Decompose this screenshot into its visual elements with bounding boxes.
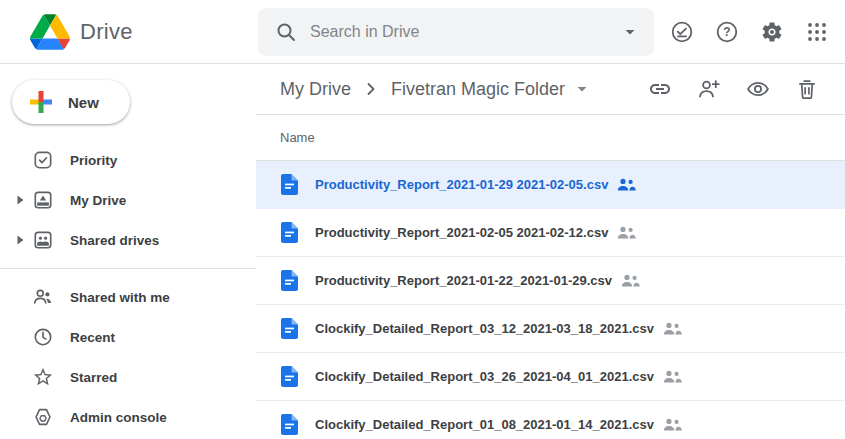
link-icon[interactable] — [648, 77, 672, 101]
file-row[interactable]: Clockify_Detailed_Report_03_26_2021-04_0… — [256, 353, 845, 401]
gear-icon[interactable] — [760, 20, 784, 44]
folder-menu-caret-icon[interactable] — [573, 80, 591, 98]
column-header-name[interactable]: Name — [256, 115, 845, 161]
sidebar-item-my-drive[interactable]: My Drive — [0, 180, 256, 220]
search-placeholder: Search in Drive — [310, 23, 620, 41]
file-name: Clockify_Detailed_Report_01_08_2021-01_1… — [315, 417, 654, 432]
admin-console-icon — [32, 406, 54, 428]
eye-icon[interactable] — [746, 77, 770, 101]
selection-toolbar — [648, 77, 819, 101]
file-name: Clockify_Detailed_Report_03_12_2021-03_1… — [315, 321, 654, 336]
shared-people-icon — [617, 178, 636, 191]
file-name: Productivity_Report_2021-02-05 2021-02-1… — [315, 225, 608, 240]
sidebar-item-label: Shared drives — [70, 233, 159, 248]
shared-people-icon — [663, 322, 682, 335]
sidebar-item-label: Shared with me — [70, 290, 170, 305]
search-icon[interactable] — [274, 20, 298, 44]
file-row[interactable]: Clockify_Detailed_Report_01_08_2021-01_1… — [256, 401, 845, 439]
csv-file-icon — [281, 174, 298, 195]
breadcrumb-my-drive[interactable]: My Drive — [280, 79, 351, 100]
content-area: My Drive Fivetran Magic Folder — [256, 64, 845, 439]
shared-people-icon — [663, 370, 682, 383]
new-button-label: New — [68, 94, 99, 111]
sidebar-item-label: Admin console — [70, 410, 167, 425]
offline-status-icon[interactable] — [670, 20, 694, 44]
sidebar-divider — [0, 268, 256, 269]
drive-logo-block[interactable]: Drive — [0, 14, 256, 50]
search-options-caret-icon[interactable] — [620, 22, 640, 42]
top-bar: Drive Search in Drive ? — [0, 0, 845, 64]
topbar-actions: ? — [670, 20, 845, 44]
trash-icon[interactable] — [795, 77, 819, 101]
new-button[interactable]: New — [12, 80, 130, 124]
expand-arrow-icon[interactable] — [11, 231, 29, 249]
sidebar: New Priority My Drive — [0, 64, 256, 439]
sidebar-item-shared-drives[interactable]: Shared drives — [0, 220, 256, 260]
breadcrumb: My Drive Fivetran Magic Folder — [256, 64, 845, 115]
sidebar-item-priority[interactable]: Priority — [0, 140, 256, 180]
sidebar-item-label: Starred — [70, 370, 117, 385]
person-add-icon[interactable] — [697, 77, 721, 101]
sidebar-item-recent[interactable]: Recent — [0, 317, 256, 357]
column-header-label: Name — [280, 130, 315, 145]
csv-file-icon — [281, 270, 298, 291]
csv-file-icon — [281, 366, 298, 387]
search-input[interactable]: Search in Drive — [258, 8, 654, 56]
drive-logo-icon — [30, 14, 70, 50]
sidebar-item-admin-console[interactable]: Admin console — [0, 397, 256, 437]
shared-with-me-icon — [32, 286, 54, 308]
help-icon[interactable]: ? — [715, 20, 739, 44]
shared-drives-icon — [32, 229, 54, 251]
sidebar-nav: Priority My Drive — [0, 140, 256, 437]
google-apps-icon[interactable] — [805, 20, 829, 44]
star-icon — [32, 366, 54, 388]
file-name: Productivity_Report_2021-01-29 2021-02-0… — [315, 177, 608, 192]
clock-icon — [32, 326, 54, 348]
file-row[interactable]: Productivity_Report_2021-01-22_2021-01-2… — [256, 257, 845, 305]
file-name: Clockify_Detailed_Report_03_26_2021-04_0… — [315, 369, 654, 384]
sidebar-item-label: My Drive — [70, 193, 126, 208]
shared-people-icon — [663, 418, 682, 431]
svg-text:?: ? — [723, 25, 730, 39]
csv-file-icon — [281, 318, 298, 339]
sidebar-item-label: Priority — [70, 153, 117, 168]
expand-arrow-icon[interactable] — [11, 191, 29, 209]
file-name: Productivity_Report_2021-01-22_2021-01-2… — [315, 273, 612, 288]
csv-file-icon — [281, 414, 298, 435]
my-drive-icon — [32, 189, 54, 211]
shared-people-icon — [617, 226, 636, 239]
file-row[interactable]: Productivity_Report_2021-01-29 2021-02-0… — [256, 161, 845, 209]
priority-check-icon — [32, 149, 54, 171]
sidebar-item-starred[interactable]: Starred — [0, 357, 256, 397]
multicolor-plus-icon — [28, 89, 54, 115]
chevron-right-icon — [361, 79, 381, 99]
sidebar-item-label: Recent — [70, 330, 115, 345]
file-row[interactable]: Clockify_Detailed_Report_03_12_2021-03_1… — [256, 305, 845, 353]
file-row[interactable]: Productivity_Report_2021-02-05 2021-02-1… — [256, 209, 845, 257]
app-title: Drive — [80, 19, 133, 45]
csv-file-icon — [281, 222, 298, 243]
sidebar-item-shared-with-me[interactable]: Shared with me — [0, 277, 256, 317]
breadcrumb-current-folder[interactable]: Fivetran Magic Folder — [391, 79, 565, 100]
shared-people-icon — [621, 274, 640, 287]
